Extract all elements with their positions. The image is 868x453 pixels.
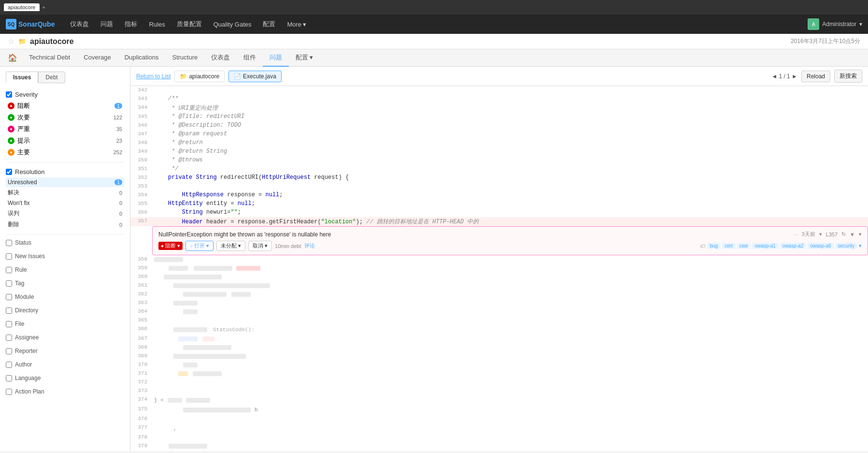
nav-quality-profiles[interactable]: 质量配置 <box>171 15 208 34</box>
tab-issues[interactable]: Issues <box>6 72 38 83</box>
tag-owasp-a1[interactable]: owasp-a1 <box>752 243 778 249</box>
nav-dashboard2[interactable]: 仪表盘 <box>204 49 237 67</box>
issue-ellipsis[interactable]: ··· <box>793 232 797 237</box>
tags-more-button[interactable]: ▾ <box>859 243 862 249</box>
code-line-342: 342 <box>130 86 868 95</box>
code-line-345: 345 * @Title: redirectURI <box>130 113 868 121</box>
issue-filter-dropdown[interactable]: ▾ <box>859 231 862 237</box>
issue-time-dropdown[interactable]: ▾ <box>819 231 822 237</box>
status-checkbox[interactable] <box>6 240 12 246</box>
author-toggle[interactable]: Author <box>6 359 124 370</box>
cancel-button[interactable]: 取消 ▾ <box>248 241 272 251</box>
tag-owasp-a2[interactable]: owasp-a2 <box>780 243 806 249</box>
resolution-removed-row[interactable]: 删除 0 <box>6 219 124 230</box>
resolution-wontfix-row[interactable]: Won't fix 0 <box>6 198 124 208</box>
nav-structure[interactable]: Structure <box>165 49 204 67</box>
tag-cert[interactable]: cert <box>722 243 735 249</box>
resolution-resolved-row[interactable]: 解决 0 <box>6 187 124 198</box>
language-toggle[interactable]: Language <box>6 373 124 383</box>
tag-icon: 🏷 <box>700 243 705 249</box>
assignee-toggle[interactable]: Assignee <box>6 332 124 343</box>
project-title[interactable]: apiautocore <box>30 37 74 46</box>
tag-bug[interactable]: bug <box>707 243 720 249</box>
rule-checkbox[interactable] <box>6 267 12 273</box>
directory-checkbox[interactable] <box>6 307 12 314</box>
new-search-button[interactable]: 新搜索 <box>834 70 862 83</box>
nav-config[interactable]: 配置 <box>257 15 281 34</box>
nav-duplications[interactable]: Duplications <box>118 49 166 67</box>
module-toggle[interactable]: Module <box>6 292 124 302</box>
severity-blocker-row[interactable]: ● 阻断 1 <box>6 100 124 112</box>
directory-toggle[interactable]: Directory <box>6 305 124 316</box>
reload-button[interactable]: Reload <box>801 71 830 82</box>
nav-more[interactable]: More▾ <box>281 15 312 34</box>
nav-components[interactable]: 组件 <box>237 49 263 67</box>
rule-toggle[interactable]: Rule <box>6 264 124 275</box>
module-checkbox[interactable] <box>6 294 12 300</box>
file-tab-execute[interactable]: 📄 Execute.java <box>228 71 282 82</box>
nav-issues-active[interactable]: 问题 <box>263 49 289 67</box>
unassigned-button[interactable]: 未分配 ▾ <box>216 241 245 251</box>
tag-cwe[interactable]: cwe <box>737 243 751 249</box>
nav-quality-gates[interactable]: Quality Gates <box>208 15 257 34</box>
severity-toggle[interactable]: Severity <box>6 89 124 100</box>
resolution-toggle[interactable]: Resolution <box>6 166 124 177</box>
nav-issues[interactable]: 问题 <box>95 15 119 34</box>
comment-link[interactable]: 评论 <box>304 242 315 249</box>
tag-toggle[interactable]: Tag <box>6 278 124 289</box>
severity-checkbox[interactable] <box>6 91 12 98</box>
nav-rules[interactable]: Rules <box>143 15 171 34</box>
sonar-icon: SQ <box>6 19 16 29</box>
severity-critical-row[interactable]: ● 严重 35 <box>6 123 124 135</box>
project-timestamp: 2016年3月7日上午10点5分 <box>791 37 860 45</box>
return-to-list-link[interactable]: Return to List <box>136 73 171 80</box>
action-plan-checkbox[interactable] <box>6 389 12 395</box>
resolution-checkbox[interactable] <box>6 169 12 175</box>
nav-coverage[interactable]: Coverage <box>77 49 117 67</box>
new-issues-toggle[interactable]: New Issues <box>6 251 124 262</box>
issue-filter-icon[interactable]: ▼ <box>850 232 855 237</box>
action-plan-toggle[interactable]: Action Plan <box>6 386 124 397</box>
blocker-badge[interactable]: ● 阻断 ▾ <box>158 242 183 250</box>
issue-meta: 3天前 ▾ L357 ↻ ▼ ▾ <box>802 231 862 238</box>
assignee-checkbox[interactable] <box>6 335 12 341</box>
admin-dropdown[interactable]: ▾ <box>859 21 862 28</box>
tag-checkbox[interactable] <box>6 280 12 287</box>
status-toggle[interactable]: Status <box>6 237 124 248</box>
file-tab-apiautocore[interactable]: 📁 apiautocore <box>174 71 225 82</box>
tab-debt[interactable]: Debt <box>38 72 65 83</box>
file-checkbox[interactable] <box>6 321 12 327</box>
language-checkbox[interactable] <box>6 375 12 381</box>
wontfix-count: 0 <box>119 200 122 206</box>
nav-technical-debt[interactable]: Technical Debt <box>22 49 77 67</box>
author-checkbox[interactable] <box>6 362 12 368</box>
severity-info-row[interactable]: ● 提示 23 <box>6 135 124 146</box>
code-line-353: 353 <box>130 182 868 191</box>
open-button[interactable]: ○ 打开 ▾ <box>185 241 213 251</box>
resolution-unresolved-row[interactable]: Unresolved 1 <box>6 177 124 187</box>
severity-minor-row[interactable]: ● 次要 122 <box>6 112 124 123</box>
issue-debt: 10min debt <box>275 243 301 249</box>
blurred-line-367: 367 <box>130 335 868 343</box>
tag-security[interactable]: security <box>836 243 857 249</box>
new-issues-filter: New Issues <box>6 251 124 262</box>
new-tab-btn[interactable]: + <box>43 4 45 10</box>
code-view[interactable]: 342 343 /** 344 * URI重定向处理 345 * @Title:… <box>130 86 868 451</box>
nav-dashboard[interactable]: 仪表盘 <box>64 15 95 34</box>
reporter-toggle[interactable]: Reporter <box>6 346 124 356</box>
resolution-falsepositive-row[interactable]: 误判 0 <box>6 208 124 219</box>
tag-owasp-a6[interactable]: owasp-a6 <box>808 243 833 249</box>
home-button[interactable]: 🏠 <box>8 53 22 62</box>
info-icon: ● <box>8 137 14 144</box>
nav-config2[interactable]: 配置▾ <box>289 49 320 67</box>
new-issues-checkbox[interactable] <box>6 253 12 260</box>
severity-major-row[interactable]: ● 主要 252 <box>6 146 124 158</box>
tag-label: Tag <box>15 280 24 287</box>
reporter-checkbox[interactable] <box>6 348 12 354</box>
browser-tab[interactable]: apiautocore <box>4 3 40 11</box>
star-icon[interactable]: ☆ <box>8 37 14 46</box>
file-toggle[interactable]: File <box>6 319 124 329</box>
issue-refresh-icon[interactable]: ↻ <box>841 231 846 237</box>
nav-metrics[interactable]: 指标 <box>119 15 143 34</box>
sonar-logo[interactable]: SQ SonarQube <box>6 19 55 29</box>
